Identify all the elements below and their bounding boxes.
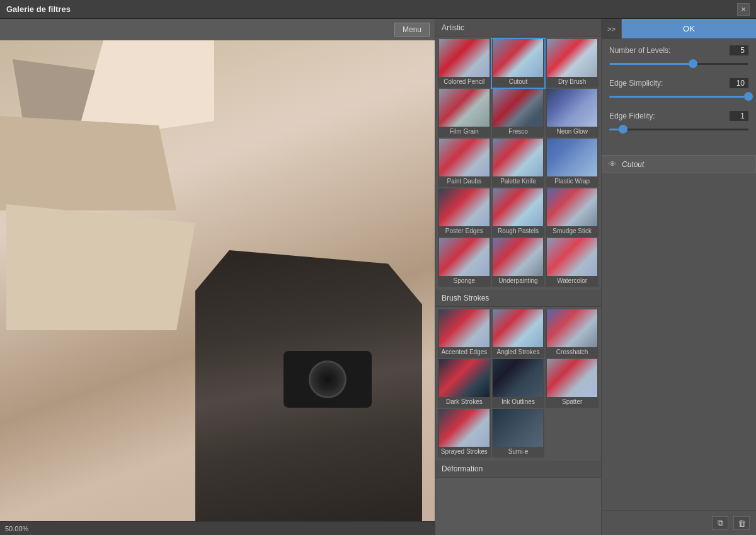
preview-scene [0, 40, 435, 521]
filter-thumb-accented-edges [439, 309, 490, 347]
main-container: Menu 50.00% ArtisticColored [0, 19, 756, 535]
zoom-level: 50.00% [5, 525, 28, 532]
filter-item-cutout[interactable]: Cutout [492, 39, 545, 88]
filter-item-spatter[interactable]: Spatter [546, 359, 598, 408]
filter-item-crosshatch[interactable]: Crosshatch [546, 309, 598, 358]
filter-label-paint-daubs: Paint Daubs [446, 176, 483, 187]
filter-item-plastic-wrap[interactable]: Plastic Wrap [546, 139, 598, 187]
filter-item-smudge-stick[interactable]: Smudge Stick [546, 188, 598, 237]
active-filter-row: 👁 Cutout [602, 155, 756, 173]
filter-label-crosshatch: Crosshatch [555, 347, 590, 358]
filter-item-paint-daubs[interactable]: Paint Daubs [438, 139, 491, 187]
filter-thumb-fresco [493, 89, 543, 127]
filter-thumb-watercolor [547, 238, 597, 276]
status-bar: 50.00% [0, 521, 435, 535]
filter-item-palette-knife[interactable]: Palette Knife [492, 139, 545, 187]
filter-label-watercolor: Watercolor [556, 276, 588, 287]
filter-label-film-grain: Film Grain [449, 127, 480, 137]
filter-item-dark-strokes[interactable]: Dark Strokes [438, 359, 491, 408]
filter-item-angled-strokes[interactable]: Angled Strokes [492, 309, 545, 358]
filter-label-colored-pencil: Colored Pencil [442, 77, 486, 88]
control-label-edge-simplicity: Edge Simplicity: [609, 79, 663, 88]
filter-item-dry-brush[interactable]: Dry Brush [546, 39, 598, 88]
filter-thumb-ink-outlines [493, 359, 543, 397]
filter-item-accented-edges[interactable]: Accented Edges [438, 309, 491, 358]
filter-thumb-colored-pencil [439, 39, 490, 77]
filter-item-fresco[interactable]: Fresco [492, 89, 545, 137]
filter-panel[interactable]: ArtisticColored PencilCutoutDry BrushFil… [435, 19, 602, 535]
settings-bottom: ⧉ 🗑 [602, 510, 756, 535]
filter-label-neon-glow: Neon Glow [555, 127, 588, 137]
filter-thumb-spatter [547, 359, 597, 397]
bg-shape3 [0, 116, 176, 210]
filter-item-watercolor[interactable]: Watercolor [546, 238, 598, 287]
filter-item-sumie[interactable]: Sumi-e [492, 409, 545, 457]
copy-layer-button[interactable]: ⧉ [712, 516, 728, 530]
filter-thumb-dark-strokes [439, 359, 490, 397]
category-label-brush-strokes: Brush Strokes [435, 289, 601, 307]
filter-thumb-palette-knife [493, 139, 543, 176]
control-row-edge-simplicity: Edge Simplicity:10 [609, 78, 748, 102]
control-value-number-of-levels: 5 [730, 45, 748, 55]
camera-shape [284, 351, 372, 408]
delete-layer-button[interactable]: 🗑 [733, 516, 750, 530]
filter-label-plastic-wrap: Plastic Wrap [553, 176, 591, 187]
filter-thumb-poster-edges [439, 188, 490, 226]
category-label-artistic: Artistic [435, 19, 601, 37]
filter-label-sponge: Sponge [452, 276, 476, 287]
filter-thumb-neon-glow [547, 89, 597, 127]
title-bar: Galerie de filtres × [0, 0, 756, 19]
bg-shape4 [6, 204, 195, 330]
filter-thumb-rough-pastels [493, 188, 543, 226]
active-filter-name: Cutout [622, 160, 644, 169]
filter-item-ink-outlines[interactable]: Ink Outlines [492, 359, 545, 408]
filter-item-sprayed-strokes[interactable]: Sprayed Strokes [438, 409, 491, 457]
settings-controls: Number of Levels:5Edge Simplicity:10Edge… [602, 39, 756, 150]
filter-thumb-angled-strokes [493, 309, 543, 347]
filter-label-underpainting: Underpainting [497, 276, 539, 287]
filter-item-film-grain[interactable]: Film Grain [438, 89, 491, 137]
filter-thumb-sponge [439, 238, 490, 276]
slider-handle-edge-simplicity[interactable] [744, 92, 753, 101]
expand-button[interactable]: >> [602, 19, 622, 39]
slider-handle-number-of-levels[interactable] [689, 59, 697, 68]
menu-button[interactable]: Menu [394, 23, 430, 37]
filter-label-smudge-stick: Smudge Stick [551, 226, 593, 237]
close-button[interactable]: × [737, 3, 750, 16]
filter-thumb-cutout [493, 39, 543, 77]
filter-item-underpainting[interactable]: Underpainting [492, 238, 545, 287]
filter-label-spatter: Spatter [561, 397, 583, 408]
category-label-déformation: Déformation [435, 460, 601, 478]
filter-item-poster-edges[interactable]: Poster Edges [438, 188, 491, 237]
filter-thumb-sumie [493, 409, 543, 447]
filter-item-colored-pencil[interactable]: Colored Pencil [438, 39, 491, 88]
settings-header: >> OK [602, 19, 756, 39]
control-value-edge-simplicity: 10 [730, 78, 748, 88]
filter-item-neon-glow[interactable]: Neon Glow [546, 89, 598, 137]
control-row-edge-fidelity: Edge Fidelity:1 [609, 111, 748, 135]
filter-thumb-underpainting [493, 238, 543, 276]
filter-label-accented-edges: Accented Edges [440, 347, 488, 358]
slider-container-number-of-levels [609, 58, 748, 69]
filter-item-sponge[interactable]: Sponge [438, 238, 491, 287]
visibility-icon[interactable]: 👁 [609, 159, 617, 169]
camera-lens [309, 360, 346, 398]
filter-grid-artistic: Colored PencilCutoutDry BrushFilm GrainF… [435, 37, 601, 289]
slider-container-edge-fidelity [609, 124, 748, 135]
settings-panel: >> OK Number of Levels:5Edge Simplicity:… [602, 19, 756, 535]
filter-label-dark-strokes: Dark Strokes [445, 397, 484, 408]
filter-thumb-paint-daubs [439, 139, 490, 176]
slider-handle-edge-fidelity[interactable] [619, 125, 627, 134]
filter-label-angled-strokes: Angled Strokes [496, 347, 541, 358]
filter-label-sprayed-strokes: Sprayed Strokes [440, 447, 489, 457]
filter-grid-brush-strokes: Accented EdgesAngled StrokesCrosshatchDa… [435, 307, 601, 460]
filter-thumb-dry-brush [547, 39, 597, 77]
dialog-title: Galerie de filtres [6, 4, 71, 14]
control-label-edge-fidelity: Edge Fidelity: [609, 112, 655, 120]
control-label-number-of-levels: Number of Levels: [609, 46, 670, 55]
filter-label-palette-knife: Palette Knife [499, 176, 537, 187]
filter-label-fresco: Fresco [507, 127, 529, 137]
ok-button[interactable]: OK [622, 19, 756, 38]
filter-label-dry-brush: Dry Brush [557, 77, 587, 88]
filter-item-rough-pastels[interactable]: Rough Pastels [492, 188, 545, 237]
